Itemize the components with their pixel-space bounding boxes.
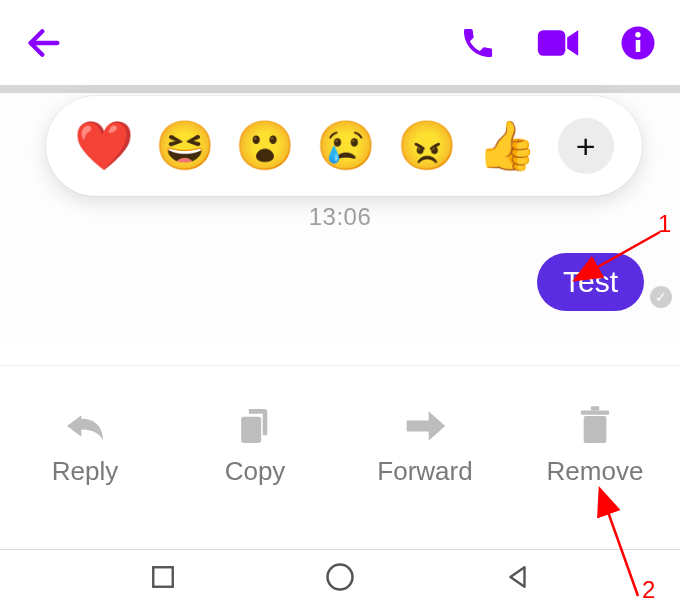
reaction-wow[interactable]: 😮 xyxy=(235,122,295,170)
svg-rect-11 xyxy=(591,406,600,410)
svg-rect-9 xyxy=(584,416,607,443)
voice-call-icon[interactable] xyxy=(460,25,496,61)
reaction-angry[interactable]: 😠 xyxy=(397,122,457,170)
reaction-add-icon[interactable]: + xyxy=(558,118,614,174)
svg-marker-14 xyxy=(510,567,524,587)
reply-button[interactable]: Reply xyxy=(10,406,160,487)
svg-rect-3 xyxy=(636,40,641,52)
svg-rect-8 xyxy=(241,417,261,443)
sent-message-bubble[interactable]: Test xyxy=(537,253,644,311)
nav-overview-icon[interactable] xyxy=(150,564,176,590)
remove-button[interactable]: Remove xyxy=(520,406,670,487)
svg-rect-10 xyxy=(581,410,609,414)
svg-rect-1 xyxy=(538,30,566,56)
video-call-icon[interactable] xyxy=(536,25,580,61)
delivered-check-icon: ✓ xyxy=(650,286,672,308)
nav-home-icon[interactable] xyxy=(325,562,355,592)
top-bar xyxy=(0,0,680,85)
copy-button[interactable]: Copy xyxy=(180,406,330,487)
copy-icon xyxy=(236,406,274,446)
svg-rect-12 xyxy=(153,567,173,587)
reply-label: Reply xyxy=(52,456,118,487)
chat-area: ❤️ 😆 😮 😢 😠 👍 + 13:06 Test ✓ xyxy=(0,93,680,343)
forward-button[interactable]: Forward xyxy=(350,406,500,487)
trash-icon xyxy=(578,406,612,446)
reaction-thumbs-up[interactable]: 👍 xyxy=(477,122,537,170)
reaction-picker: ❤️ 😆 😮 😢 😠 👍 + xyxy=(46,96,642,196)
reaction-heart[interactable]: ❤️ xyxy=(74,122,134,170)
info-icon[interactable] xyxy=(620,25,656,61)
message-timestamp: 13:06 xyxy=(309,203,372,231)
reply-icon xyxy=(63,406,107,446)
svg-point-4 xyxy=(635,32,640,37)
forward-label: Forward xyxy=(377,456,472,487)
remove-label: Remove xyxy=(547,456,644,487)
svg-point-13 xyxy=(328,565,353,590)
copy-label: Copy xyxy=(225,456,286,487)
message-action-bar: Reply Copy Forward Remove xyxy=(0,365,680,517)
forward-icon xyxy=(403,406,447,446)
top-divider xyxy=(0,85,680,93)
android-nav-bar xyxy=(0,549,680,604)
back-arrow-icon[interactable] xyxy=(24,23,64,63)
reaction-laugh[interactable]: 😆 xyxy=(155,122,215,170)
nav-back-icon[interactable] xyxy=(505,564,531,590)
reaction-sad[interactable]: 😢 xyxy=(316,122,376,170)
message-row: Test ✓ xyxy=(537,253,672,311)
